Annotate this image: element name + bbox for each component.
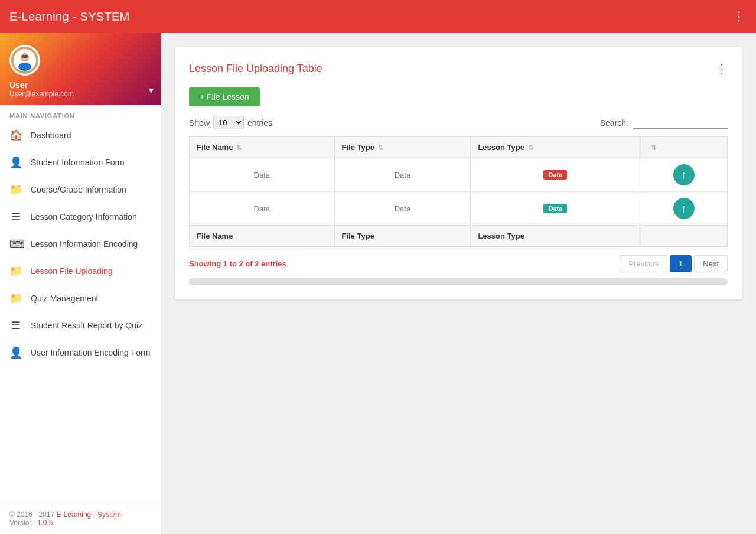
sidebar-item-course-grade[interactable]: 📁Course/Grade Information xyxy=(0,176,161,203)
lesson-upload-table: File Name⇅File Type⇅Lesson Type⇅⇅ DataDa… xyxy=(189,136,728,247)
horizontal-scrollbar[interactable] xyxy=(189,278,728,285)
range-sep: to xyxy=(227,259,239,268)
col-file_name[interactable]: File Name⇅ xyxy=(190,137,335,158)
table-footer-row: File NameFile TypeLesson Type xyxy=(190,226,728,247)
nav-icon-lesson-upload: 📁 xyxy=(9,265,22,278)
search-area: Search: xyxy=(600,117,728,129)
card-header: Lesson File Uploading Table ⋮ xyxy=(189,61,728,76)
search-label: Search: xyxy=(600,118,628,128)
pagination: Previous 1 Next xyxy=(620,255,728,272)
table-row: DataDataData↑ xyxy=(190,158,728,192)
lesson-type-badge: Data xyxy=(543,204,567,213)
avatar xyxy=(9,45,40,76)
nav-label: MAIN NAVIGATION xyxy=(0,105,161,122)
range-end: 2 xyxy=(239,259,243,268)
sidebar-item-lesson-category[interactable]: ☰Lesson Category Information xyxy=(0,203,161,230)
file_type-cell: Data xyxy=(334,192,471,226)
table-header: File Name⇅File Type⇅Lesson Type⇅⇅ xyxy=(190,137,728,158)
add-file-lesson-button[interactable]: + File Lesson xyxy=(189,87,260,106)
nav-icon-dashboard: 🏠 xyxy=(9,129,22,142)
user-name: User xyxy=(9,80,151,90)
lesson-type-cell: Data xyxy=(471,192,640,226)
upload-button-0[interactable]: ↑ xyxy=(673,164,695,185)
footer-col xyxy=(640,226,728,247)
file_name-cell: Data xyxy=(190,158,335,192)
footer-brand[interactable]: E-Learning - System. xyxy=(57,510,123,519)
user-email: User@example.com xyxy=(9,90,151,98)
footer-version-label: Version: xyxy=(9,519,37,527)
nav-label-result-report: Student Result Report by Quiz xyxy=(31,321,142,330)
previous-button[interactable]: Previous xyxy=(620,255,667,272)
card-title-end: Uploading Table xyxy=(243,63,322,74)
scrollbar-track xyxy=(189,278,728,285)
sidebar-item-quiz-mgmt[interactable]: 📁Quiz Management xyxy=(0,285,161,312)
card-menu-icon[interactable]: ⋮ xyxy=(716,61,728,76)
showing-text: Showing xyxy=(189,259,223,268)
nav-label-lesson-upload: Lesson File Uploading xyxy=(31,266,113,276)
search-input[interactable] xyxy=(633,117,728,129)
footer-col: File Name xyxy=(190,226,335,247)
entries-info: Showing 1 to 2 of 2 entries xyxy=(189,259,286,268)
main-content: Lesson File Uploading Table ⋮ + File Les… xyxy=(161,33,756,534)
show-label: Show xyxy=(189,118,210,128)
nav-label-user-encoding: User Information Encoding Form xyxy=(31,348,150,357)
next-button[interactable]: Next xyxy=(694,255,728,272)
nav-label-quiz-mgmt: Quiz Management xyxy=(31,294,98,303)
nav-icon-student-info: 👤 xyxy=(9,156,22,169)
upload-button-1[interactable]: ↑ xyxy=(673,198,695,219)
table-body: DataDataData↑DataDataData↑ xyxy=(190,158,728,226)
table-footer-row-container: File NameFile TypeLesson Type xyxy=(190,226,728,247)
table-row: DataDataData↑ xyxy=(190,192,728,226)
card-title-start: Lesson xyxy=(189,63,226,74)
of-text: of xyxy=(243,259,255,268)
lesson-type-badge: Data xyxy=(543,170,567,180)
sidebar: User User@example.com ▾ MAIN NAVIGATION … xyxy=(0,33,161,534)
sidebar-item-lesson-upload[interactable]: 📁Lesson File Uploading xyxy=(0,258,161,285)
entries-text: entries xyxy=(259,259,286,268)
card-title-highlight: File xyxy=(226,63,243,74)
col-lesson_type[interactable]: Lesson Type⇅ xyxy=(471,137,640,158)
main-navigation: 🏠Dashboard👤Student Information Form📁Cour… xyxy=(0,122,161,366)
topbar: E-Learning - SYSTEM ⋮ xyxy=(0,0,756,33)
table-controls: Show 102550100 entries Search: xyxy=(189,116,728,129)
sidebar-item-lesson-encoding[interactable]: ⌨Lesson Information Encoding xyxy=(0,230,161,258)
topbar-menu-icon[interactable]: ⋮ xyxy=(732,9,747,24)
table-pagination-area: Showing 1 to 2 of 2 entries Previous 1 N… xyxy=(189,255,728,272)
nav-label-lesson-category: Lesson Category Information xyxy=(31,212,137,222)
sidebar-item-result-report[interactable]: ☰Student Result Report by Quiz xyxy=(0,312,161,339)
entries-select[interactable]: 102550100 xyxy=(213,116,244,129)
col-file_type[interactable]: File Type⇅ xyxy=(334,137,471,158)
table-header-row: File Name⇅File Type⇅Lesson Type⇅⇅ xyxy=(190,137,728,158)
sidebar-item-user-encoding[interactable]: 👤User Information Encoding Form xyxy=(0,339,161,366)
nav-label-dashboard: Dashboard xyxy=(31,131,71,140)
action-cell[interactable]: ↑ xyxy=(640,158,728,192)
nav-icon-course-grade: 📁 xyxy=(9,183,22,196)
nav-icon-quiz-mgmt: 📁 xyxy=(9,292,22,305)
app-title: E-Learning - SYSTEM xyxy=(9,10,130,24)
page-1-button[interactable]: 1 xyxy=(670,255,692,272)
sidebar-item-dashboard[interactable]: 🏠Dashboard xyxy=(0,122,161,149)
sidebar-footer: © 2016 - 2017 E-Learning - System. Versi… xyxy=(0,503,161,534)
action-cell[interactable]: ↑ xyxy=(640,192,728,226)
nav-label-lesson-encoding: Lesson Information Encoding xyxy=(31,239,138,249)
svg-point-2 xyxy=(18,63,31,71)
nav-icon-user-encoding: 👤 xyxy=(9,346,22,359)
entries-label: entries xyxy=(247,118,272,128)
footer-version[interactable]: 1.0.5 xyxy=(37,519,53,527)
avatar-image xyxy=(11,47,38,74)
col-action[interactable]: ⇅ xyxy=(640,137,728,158)
nav-icon-result-report: ☰ xyxy=(9,319,22,332)
card-title: Lesson File Uploading Table xyxy=(189,63,322,75)
lesson-upload-card: Lesson File Uploading Table ⋮ + File Les… xyxy=(175,47,742,299)
user-panel: User User@example.com ▾ xyxy=(0,33,161,105)
footer-col: Lesson Type xyxy=(471,226,640,247)
user-dropdown-arrow[interactable]: ▾ xyxy=(149,84,154,96)
footer-copyright: © 2016 - 2017 xyxy=(9,510,57,519)
file_name-cell: Data xyxy=(190,192,335,226)
nav-label-student-info: Student Information Form xyxy=(31,158,125,167)
sidebar-item-student-info[interactable]: 👤Student Information Form xyxy=(0,149,161,176)
file_type-cell: Data xyxy=(334,158,471,192)
svg-rect-4 xyxy=(22,55,28,58)
nav-icon-lesson-encoding: ⌨ xyxy=(9,237,22,250)
nav-label-course-grade: Course/Grade Information xyxy=(31,185,126,194)
